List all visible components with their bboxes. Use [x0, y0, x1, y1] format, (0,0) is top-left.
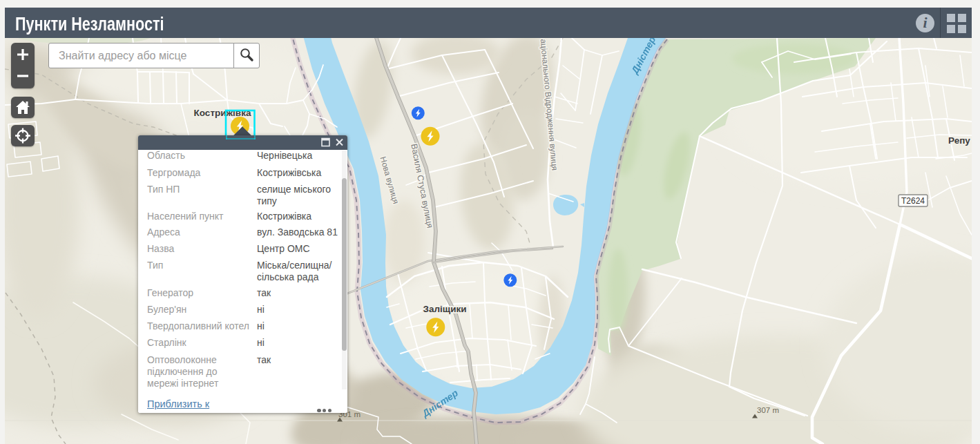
svg-text:Заліщики: Заліщики	[423, 304, 466, 314]
svg-text:Репу: Репу	[948, 135, 970, 146]
svg-text:Кострижівка: Кострижівка	[194, 108, 251, 118]
svg-text:Т2624: Т2624	[901, 196, 925, 206]
svg-text:307 m: 307 m	[757, 406, 779, 414]
